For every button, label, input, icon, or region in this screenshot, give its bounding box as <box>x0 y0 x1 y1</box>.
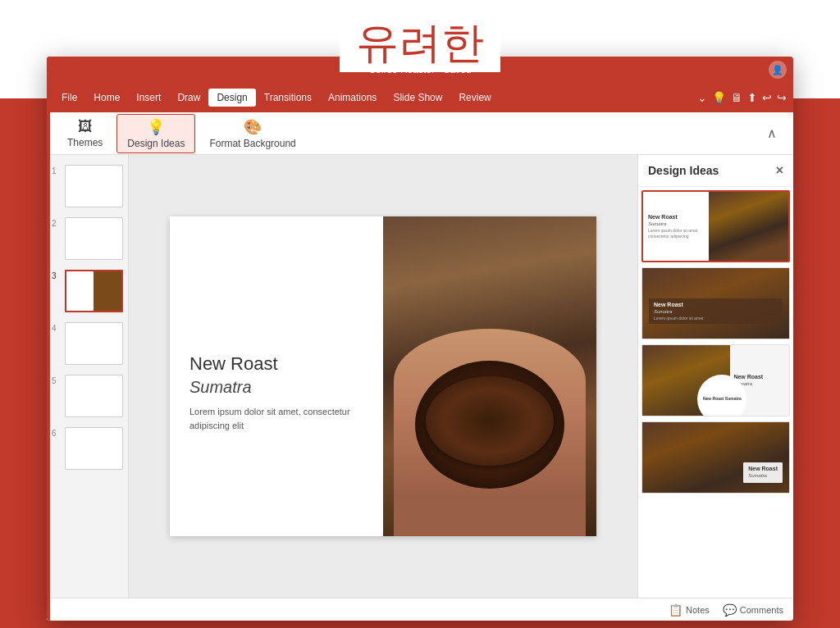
user-avatar[interactable]: 👤 <box>769 61 787 79</box>
close-design-panel-button[interactable]: × <box>776 163 783 178</box>
notes-label: Notes <box>686 605 710 615</box>
idea-3-circle-text: New Roast Sumatra <box>703 396 742 401</box>
themes-icon: 🖼 <box>78 118 93 135</box>
idea-1-preview: New Roast Sumatra Lorem ipsum dolor sit … <box>643 192 788 261</box>
menu-animations[interactable]: Animations <box>320 89 385 107</box>
slide-preview-4 <box>65 322 123 365</box>
slide-panel: 1 2 3 4 5 6 <box>47 155 129 598</box>
idea-2-sub: Sumatra <box>654 309 778 314</box>
share-icon[interactable]: ⬆ <box>747 91 757 104</box>
format-background-button[interactable]: 🎨 Format Background <box>199 114 306 153</box>
idea-1-photo <box>709 192 788 261</box>
slide-num-1: 1 <box>52 165 65 175</box>
slide-num-6: 6 <box>52 427 65 438</box>
idea-4-title: New Roast <box>748 466 778 471</box>
design-panel-header: Design Ideas × <box>638 155 793 187</box>
design-idea-3[interactable]: New Roast Sumatra New Roast Sumatra <box>641 344 790 416</box>
undo-icon[interactable]: ↩ <box>762 91 772 104</box>
idea-1-text: New Roast Sumatra Lorem ipsum dolor sit … <box>643 192 709 261</box>
notes-button[interactable]: 📋 Notes <box>669 603 710 617</box>
bottom-bar: 📋 Notes 💬 Comments <box>47 598 793 621</box>
idea-4-preview: New Roast Sumatra <box>642 422 789 493</box>
menu-bar: File Home Insert Draw Design Transitions… <box>47 83 793 112</box>
design-ideas-button[interactable]: 💡 Design Ideas <box>116 114 195 153</box>
slide-6-thumb[interactable]: 6 <box>47 424 128 473</box>
slide-num-4: 4 <box>52 322 65 333</box>
slide-canvas[interactable]: New Roast Sumatra Lorem ipsum dolor sit … <box>170 216 596 536</box>
coffee-photo <box>383 216 596 536</box>
idea-2-body: Lorem ipsum dolor sit amet <box>654 316 778 321</box>
design-idea-4[interactable]: New Roast Sumatra <box>641 421 790 494</box>
comments-icon: 💬 <box>723 603 737 617</box>
design-panel-title: Design Ideas <box>648 164 719 177</box>
idea-3-preview: New Roast Sumatra New Roast Sumatra <box>642 345 789 416</box>
design-idea-2[interactable]: New Roast Sumatra Lorem ipsum dolor sit … <box>641 267 790 339</box>
design-idea-1[interactable]: New Roast Sumatra Lorem ipsum dolor sit … <box>641 190 790 262</box>
app-window: Coffee Roaster - Saved 👤 File Home Inser… <box>47 57 793 621</box>
canvas-area: New Roast Sumatra Lorem ipsum dolor sit … <box>129 155 637 598</box>
ribbon-collapse-button[interactable]: ∧ <box>760 122 783 144</box>
menu-insert[interactable]: Insert <box>128 89 169 107</box>
menu-file[interactable]: File <box>53 89 85 107</box>
slide-num-5: 5 <box>52 375 65 385</box>
slide-num-2: 2 <box>52 217 65 228</box>
slide-preview-2 <box>65 217 123 260</box>
slide-image-area <box>383 216 596 536</box>
slide-preview-6 <box>65 427 123 470</box>
comments-button[interactable]: 💬 Comments <box>723 603 783 617</box>
slide-1-thumb[interactable]: 1 <box>47 162 128 211</box>
menu-design[interactable]: Design <box>208 89 255 107</box>
idea-2-preview: New Roast Sumatra Lorem ipsum dolor sit … <box>642 268 789 339</box>
slide-preview-5 <box>65 375 123 417</box>
idea-1-body: Lorem ipsum dolor sit amet consectetur a… <box>648 228 704 239</box>
slide-title: New Roast <box>189 353 363 375</box>
avatar-icon: 👤 <box>772 65 783 75</box>
slide-4-thumb[interactable]: 4 <box>47 319 128 368</box>
slide-subtitle: Sumatra <box>189 378 363 397</box>
ribbon: 🖼 Themes 💡 Design Ideas 🎨 Format Backgro… <box>47 112 793 155</box>
notes-icon: 📋 <box>669 603 682 617</box>
slide-5-thumb[interactable]: 5 <box>47 371 128 421</box>
idea-1-sub: Sumatra <box>648 221 704 226</box>
format-bg-icon: 🎨 <box>244 118 262 136</box>
idea-3-title: New Roast <box>733 374 786 380</box>
format-bg-label: Format Background <box>209 138 295 149</box>
themes-label: Themes <box>67 137 103 148</box>
idea-4-label: New Roast Sumatra <box>743 462 783 483</box>
comments-label: Comments <box>740 605 783 615</box>
slide-num-3: 3 <box>52 270 65 280</box>
design-ideas-panel: Design Ideas × New Roast Sumatra Lorem i… <box>637 155 793 598</box>
page-title: 유려한 <box>340 15 500 72</box>
menu-slideshow[interactable]: Slide Show <box>385 89 450 107</box>
lightbulb-icon[interactable]: 💡 <box>712 91 726 104</box>
redo-icon[interactable]: ↪ <box>777 91 787 104</box>
menu-review[interactable]: Review <box>450 89 499 107</box>
present-icon[interactable]: 🖥 <box>731 91 742 104</box>
menu-draw[interactable]: Draw <box>169 89 208 107</box>
design-ideas-list: New Roast Sumatra Lorem ipsum dolor sit … <box>638 187 793 598</box>
idea-2-text: New Roast Sumatra Lorem ipsum dolor sit … <box>649 298 783 325</box>
slide-preview-1 <box>65 165 123 207</box>
slide-preview-3 <box>65 270 123 312</box>
idea-2-title: New Roast <box>654 302 778 307</box>
slide-text-area: New Roast Sumatra Lorem ipsum dolor sit … <box>170 216 383 536</box>
main-area: 1 2 3 4 5 6 <box>47 155 793 598</box>
idea-1-image <box>709 192 788 261</box>
idea-4-sub: Sumatra <box>748 473 778 478</box>
slide-2-thumb[interactable]: 2 <box>47 214 128 263</box>
idea-1-title: New Roast <box>648 214 704 220</box>
slide-3-thumb[interactable]: 3 <box>47 266 128 316</box>
menu-home[interactable]: Home <box>85 89 128 107</box>
design-ideas-label: Design Ideas <box>127 138 185 149</box>
slide-body: Lorem ipsum dolor sit amet, consectetur … <box>189 405 363 432</box>
more-icon[interactable]: ⌄ <box>697 91 707 104</box>
menu-transitions[interactable]: Transitions <box>256 89 320 107</box>
idea-3-image: New Roast Sumatra <box>642 345 730 416</box>
menu-icons: ⌄ 💡 🖥 ⬆ ↩ ↪ <box>697 91 787 104</box>
themes-button[interactable]: 🖼 Themes <box>57 114 113 152</box>
design-ideas-icon: 💡 <box>147 118 165 136</box>
